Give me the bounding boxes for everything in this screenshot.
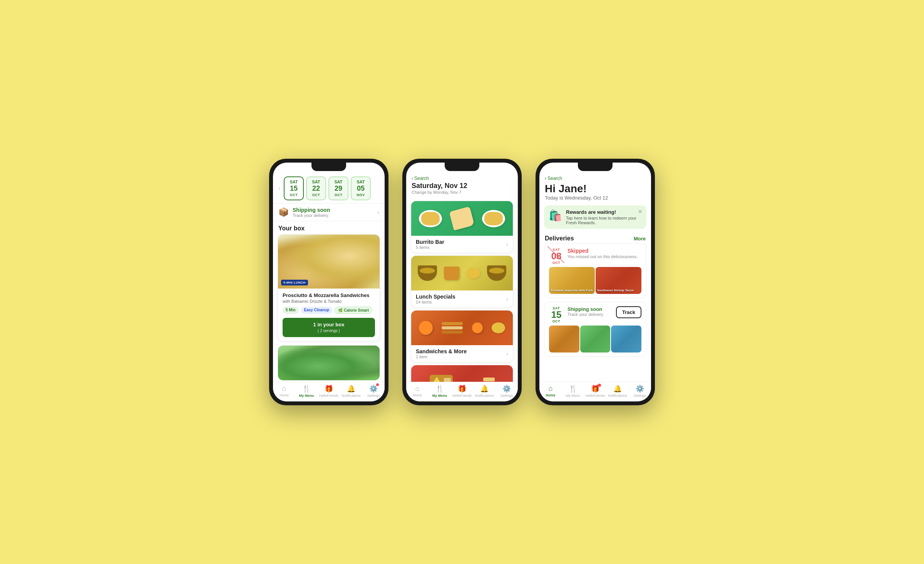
add-to-box-button[interactable]: 1 in your box ( 2 servings ) bbox=[283, 318, 375, 337]
category-burrito-bar[interactable]: Burrito Bar 5 items › bbox=[411, 201, 513, 253]
nav-mymenu-2[interactable]: 🍴 My Menu bbox=[429, 384, 451, 398]
nav-home-3[interactable]: ⌂ Home bbox=[539, 384, 562, 398]
nav-notifications-2[interactable]: 🔔 Notifications bbox=[473, 384, 495, 398]
more-link[interactable]: More bbox=[634, 236, 646, 242]
date-pill-1[interactable]: SAT 15 OCT bbox=[284, 176, 304, 200]
phone-2-screen: ‹ Search Saturday, Nov 12 Change by Mond… bbox=[406, 163, 518, 401]
nav-home-2[interactable]: ⌂ Home bbox=[406, 384, 429, 398]
greeting: Hi Jane! bbox=[545, 183, 646, 195]
nav-mymenu-1[interactable]: 🍴 My Menu bbox=[295, 384, 318, 398]
nav-settings-1[interactable]: ⚙️ Settings bbox=[362, 384, 385, 398]
skipped-delivery-header: SAT 08 OCT Skipped You missed out on thi… bbox=[544, 244, 646, 267]
sandwich-fill bbox=[442, 326, 463, 329]
category-sandwiches[interactable]: Sandwiches & More 1 item › bbox=[411, 310, 513, 363]
back-link-2[interactable]: ‹ Search bbox=[412, 176, 512, 181]
nav-notifications-1[interactable]: 🔔 Notifications bbox=[340, 384, 362, 398]
back-link-3[interactable]: ‹ Search bbox=[545, 176, 646, 181]
tostada-image: Tostadas Supremo with Pork bbox=[549, 267, 595, 294]
category-entertaining[interactable]: Easy Entertaining 1 item › bbox=[411, 365, 513, 382]
nav-settings-2[interactable]: ⚙️ Settings bbox=[495, 384, 518, 398]
phone-1: ‹ SAT 15 OCT SAT 22 OCT SAT 29 OCT bbox=[269, 159, 388, 405]
home-icon-1: ⌂ bbox=[282, 384, 286, 393]
shipping-day-num: 15 bbox=[551, 310, 562, 319]
recipe-badge: 5-MIN LUNCH bbox=[281, 280, 308, 285]
burrito-bar-name: Burrito Bar bbox=[416, 239, 506, 245]
skipped-delivery[interactable]: SAT 08 OCT Skipped You missed out on thi… bbox=[544, 243, 646, 298]
day-name-3: SAT bbox=[334, 180, 342, 185]
entertaining-visual bbox=[411, 365, 513, 382]
date-pill-3[interactable]: SAT 29 OCT bbox=[328, 176, 348, 200]
phone-2-notch bbox=[445, 163, 479, 171]
recipe-info: Prosciutto & Mozzarella Sandwiches with … bbox=[278, 289, 380, 341]
skipped-status-sub: You missed out on this deliciousness. bbox=[567, 254, 641, 259]
shipping-delivery-header: SAT 15 OCT Shipping soon Track your deli… bbox=[544, 302, 646, 326]
nav-hellofriends-label-1: HelloFriends bbox=[319, 394, 339, 398]
orange-fruit bbox=[419, 321, 433, 335]
phone-3-screen: ‹ Search Hi Jane! Today is Wednesday, Oc… bbox=[539, 163, 651, 401]
nav-settings-3[interactable]: ⚙️ Settings bbox=[629, 384, 651, 398]
nav-hellofriends-2[interactable]: 🎁 HelloFriends bbox=[451, 384, 473, 398]
shipping-track-info: Shipping soon Track your delivery. bbox=[567, 306, 612, 317]
nav-mymenu-label-1: My Menu bbox=[299, 394, 314, 398]
burrito-visual bbox=[411, 201, 513, 236]
sandwiches-image bbox=[411, 311, 513, 345]
month-4: NOV bbox=[357, 193, 365, 197]
home-icon-3: ⌂ bbox=[549, 384, 553, 393]
prev-date-arrow[interactable]: ‹ bbox=[278, 183, 281, 193]
rewards-banner[interactable]: 🛍️ Rewards are waiting! Tap here to lear… bbox=[544, 205, 646, 229]
bowl-2 bbox=[487, 265, 506, 281]
nav-mymenu-3[interactable]: 🍴 My Menu bbox=[562, 384, 584, 398]
sandwiches-info: Sandwiches & More 1 item › bbox=[411, 345, 513, 362]
calorie-tag: 🌿 Calorie Smart bbox=[335, 307, 372, 314]
date-pill-2[interactable]: SAT 22 OCT bbox=[306, 176, 326, 200]
corn-roll bbox=[467, 268, 480, 279]
rewards-close-icon[interactable]: ✕ bbox=[638, 208, 643, 215]
crackers-stack bbox=[483, 378, 495, 382]
mymenu-icon-2: 🍴 bbox=[435, 384, 444, 393]
nav-hellofriends-3[interactable]: 🎁 HelloFriends bbox=[584, 384, 606, 398]
recipe-tags: 5 Min Easy Cleanup 🌿 Calorie Smart bbox=[283, 307, 375, 314]
bread-slice bbox=[444, 267, 459, 280]
shipping-date-box: SAT 15 OCT bbox=[549, 306, 564, 323]
nav-home-1[interactable]: ⌂ Home bbox=[273, 384, 295, 398]
lunch-specials-name: Lunch Specials bbox=[416, 294, 506, 300]
lunch-specials-info: Lunch Specials 14 items › bbox=[411, 290, 513, 307]
nav-settings-label-1: Settings bbox=[367, 394, 380, 398]
rewards-icon: 🛍️ bbox=[549, 209, 562, 222]
shipping-sub: Track your delivery. bbox=[293, 213, 373, 218]
bottom-nav-2: ⌂ Home 🍴 My Menu 🎁 HelloFriends 🔔 Notifi… bbox=[406, 382, 518, 401]
rewards-sub: Tap here to learn how to redeem your Fre… bbox=[566, 216, 642, 225]
category-lunch-specials[interactable]: Lunch Specials 14 items › bbox=[411, 255, 513, 308]
nav-notifications-3[interactable]: 🔔 Notifications bbox=[606, 384, 629, 398]
date-pill-4[interactable]: SAT 05 NOV bbox=[351, 176, 371, 200]
guac-bottom-image bbox=[580, 326, 611, 352]
hellofriends-icon-3: 🎁 bbox=[591, 384, 599, 393]
cracker bbox=[444, 378, 451, 382]
menu-change-label: Change by Monday, Nov 7 bbox=[412, 190, 512, 195]
shipping-delivery[interactable]: SAT 15 OCT Shipping soon Track your deli… bbox=[544, 302, 646, 357]
burrito-bar-text: Burrito Bar 5 items bbox=[416, 239, 506, 250]
sandwiches-visual bbox=[411, 311, 513, 345]
date-selector: ‹ SAT 15 OCT SAT 22 OCT SAT 29 OCT bbox=[273, 173, 385, 203]
skipped-status-title: Skipped bbox=[567, 248, 641, 254]
lunch-chevron-icon: › bbox=[506, 296, 508, 302]
your-box-title: Your box bbox=[273, 221, 385, 234]
third-bottom-image bbox=[611, 326, 641, 352]
skipped-delivery-images: Tostadas Supremo with Pork Southwest Shr… bbox=[544, 267, 646, 298]
menu-date-title: Saturday, Nov 12 bbox=[412, 182, 512, 190]
recipe-card-2[interactable] bbox=[278, 345, 380, 381]
cheese-wedge bbox=[432, 377, 442, 382]
burrito-bar-image bbox=[411, 201, 513, 236]
svg-line-0 bbox=[547, 246, 564, 263]
month-3: OCT bbox=[335, 193, 343, 197]
recipe-sub: with Balsamic Drizzle & Tomato bbox=[283, 299, 375, 304]
skipped-x-icon bbox=[547, 246, 564, 263]
mymenu-icon-1: 🍴 bbox=[302, 384, 311, 393]
nav-hellofriends-1[interactable]: 🎁 HelloFriends bbox=[318, 384, 340, 398]
recipe-card-1[interactable]: 5-MIN LUNCH Prosciutto & Mozzarella Sand… bbox=[278, 234, 380, 341]
notifications-icon-2: 🔔 bbox=[480, 384, 489, 393]
track-button[interactable]: Track bbox=[616, 306, 641, 318]
phone-3-content: ‹ Search Hi Jane! Today is Wednesday, Oc… bbox=[539, 163, 651, 382]
shipping-chevron-icon: › bbox=[377, 209, 379, 215]
shipping-banner[interactable]: 📦 Shipping soon Track your delivery. › bbox=[273, 203, 385, 221]
